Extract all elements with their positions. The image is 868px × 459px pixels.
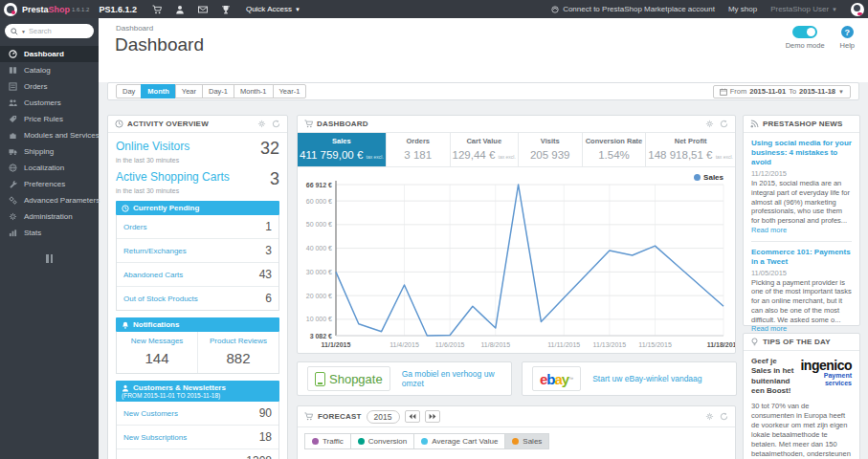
read-more-link[interactable]: Read more [751,226,787,234]
connect-icon [551,6,559,13]
range-day-1-button[interactable]: Day-1 [202,84,234,98]
range-year-1-button[interactable]: Year-1 [273,84,307,98]
kpi-visits[interactable]: Visits 205 939 [519,133,583,166]
sidebar-item-customers[interactable]: Customers [0,95,99,111]
ebay-link[interactable]: Start uw eBay-winkel vandaag [592,374,701,383]
prestashop-news-panel: PRESTASHOP NEWS Using social media for y… [743,115,860,326]
quick-access-menu[interactable]: Quick Access ▼ [246,5,300,13]
mail-icon[interactable] [198,5,208,14]
svg-text:66 912 €: 66 912 € [306,182,332,188]
ingenico-logo: ingenico Payment services [800,359,852,387]
average-cart-value-dot-icon [421,438,428,445]
user-menu[interactable]: PrestaShop User ▼ [770,5,837,13]
trophy-icon[interactable] [221,5,231,14]
my-shop-link[interactable]: My shop [728,5,757,13]
ebay-banner[interactable]: ebay ™ Start uw eBay-winkel vandaag [522,361,737,396]
tab-label: Traffic [323,437,344,446]
marketplace-link-label: Connect to PrestaShop Marketplace accoun… [563,5,715,13]
content-area: Day Month Year Day-1 Month-1 Year-1 From… [99,82,868,459]
sidebar-item-preferences[interactable]: Preferences [0,176,99,192]
sidebar-item-label: Preferences [24,180,65,188]
marketplace-link[interactable]: Connect to PrestaShop Marketplace accoun… [551,5,715,13]
gear-icon[interactable] [705,412,714,421]
next-year-button[interactable] [425,410,440,423]
brand-prefix: Presta [22,5,49,14]
kpi-conversion-rate[interactable]: Conversion Rate 1.54% [583,133,647,166]
refresh-icon[interactable] [720,412,728,421]
sidebar-item-shipping[interactable]: Shipping [0,143,99,160]
row-value: 3 [265,244,272,257]
table-row[interactable]: Return/Exchanges3 [117,238,278,262]
search-scope-caret-icon[interactable]: ▼ [21,29,26,34]
avatar[interactable] [851,3,864,16]
sidebar-item-label: Modules and Services [24,131,100,140]
chart-legend[interactable]: Sales [694,173,723,182]
sidebar-item-advanced-parameters[interactable]: Advanced Parameters [0,192,99,208]
range-month-button[interactable]: Month [141,84,176,98]
refresh-icon[interactable] [272,120,280,128]
sidebar-search[interactable]: ▼ [5,24,94,38]
row-value: 6 [265,292,272,305]
tab-average-cart-value[interactable]: Average Cart Value [413,433,505,449]
table-row[interactable]: New Subscriptions18 [117,425,278,448]
from-label: From [730,87,747,96]
kpi-sales[interactable]: Sales 411 759,00 € tax excl. [298,133,387,166]
cart-icon[interactable] [152,5,162,14]
search-input[interactable] [29,27,78,35]
user-menu-label: PrestaShop User [770,5,829,13]
product-reviews-cell[interactable]: Product Reviews 882 [197,332,278,373]
range-day-button[interactable]: Day [116,84,142,98]
kpi-row: Sales 411 759,00 € tax excl. Orders 3 18… [298,133,735,167]
news-article-title[interactable]: Using social media for your business: 4 … [751,139,852,167]
range-year-button[interactable]: Year [175,84,203,98]
sidebar-item-stats[interactable]: Stats [0,225,99,241]
sidebar-item-localization[interactable]: Localization [0,160,99,176]
help-icon[interactable]: ? [841,26,854,38]
activity-panel-header: ACTIVITY OVERVIEW [108,116,287,133]
table-row[interactable]: Abandoned Carts43 [117,262,278,286]
range-month-1-button[interactable]: Month-1 [234,84,274,98]
sidebar-item-dashboard[interactable]: Dashboard [0,46,99,62]
sidebar-item-label: Price Rules [24,115,63,123]
sidebar-item-administration[interactable]: Administration [0,208,99,225]
tab-sales[interactable]: Sales [504,433,549,449]
gear-icon[interactable] [705,120,714,128]
legend-label: Sales [703,173,723,182]
kpi-label: Cart Value [453,137,516,145]
shopgate-link[interactable]: Ga mobiel en verhoog uw omzet [402,369,501,388]
forecast-year[interactable]: 2015 [367,410,400,424]
demo-mode-toggle[interactable] [792,26,817,38]
kpi-net-profit[interactable]: Net Profit 148 918,51 € tax excl. [646,133,735,166]
active-carts-value: 3 [270,170,279,187]
gear-icon[interactable] [257,120,266,128]
new-messages-cell[interactable]: New Messages 144 [117,332,197,373]
sidebar-item-orders[interactable]: Orders [0,78,99,95]
date-range-picker[interactable]: From 2015-11-01 To 2015-11-18 ▼ [713,85,851,98]
online-visitors-value: 32 [260,140,279,157]
table-row[interactable]: Out of Stock Products6 [117,286,278,310]
kpi-cart-value[interactable]: Cart Value 129,44 € tax excl. [451,133,519,166]
user-icon[interactable] [175,5,185,14]
refresh-icon[interactable] [720,120,728,128]
sidebar-item-catalog[interactable]: Catalog [0,62,99,78]
shopgate-banner[interactable]: Shopgate Ga mobiel en verhoog uw omzet [297,361,512,396]
read-more-link[interactable]: Read more [751,324,787,333]
rss-icon [750,120,759,128]
table-row[interactable]: New Customers90 [117,402,278,425]
online-visitors-link[interactable]: Online Visitors [116,140,189,153]
kpi-orders[interactable]: Orders 3 181 [387,133,451,166]
news-article-title[interactable]: Ecommerce 101: Payments in a Tweet [751,248,852,267]
notifications-grid: New Messages 144 Product Reviews 882 [116,332,279,374]
cart-icon [304,120,313,128]
ebay-brand: ebay [540,371,568,387]
active-carts-link[interactable]: Active Shopping Carts [116,170,230,184]
sidebar-item-modules-and-services[interactable]: Modules and Services [0,127,99,143]
row-label: New Customers [123,409,178,418]
tab-conversion[interactable]: Conversion [350,433,414,449]
previous-year-button[interactable] [405,410,420,423]
sidebar-item-price-rules[interactable]: Price Rules [0,111,99,127]
table-row[interactable]: Orders1 [117,215,278,238]
table-row[interactable]: Total Subscribers1308 [117,448,278,459]
tab-traffic[interactable]: Traffic [304,433,351,449]
sidebar-collapse-button[interactable] [45,254,55,263]
